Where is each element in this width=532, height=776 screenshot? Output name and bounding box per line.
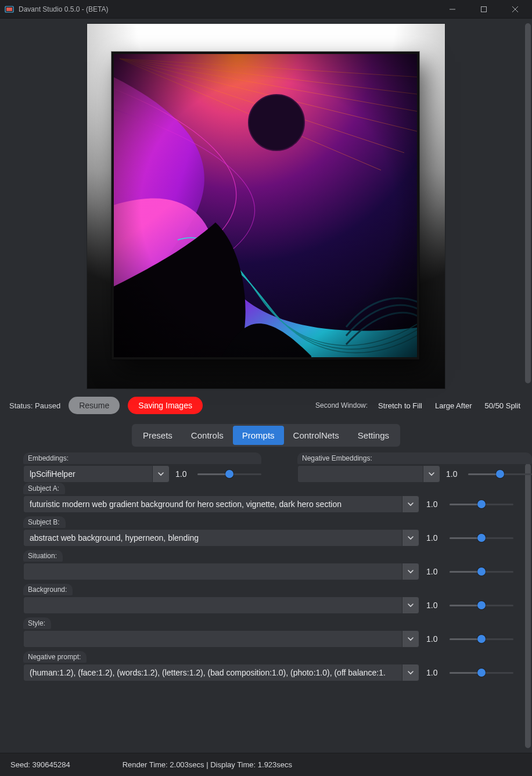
field-slider[interactable] xyxy=(450,498,513,510)
footer: Seed: 390645284 Render Time: 2.003secs |… xyxy=(0,753,532,776)
field-label: Situation: xyxy=(23,550,63,562)
embeddings-weight: 1.0 xyxy=(175,469,192,479)
field-dropdown-button[interactable] xyxy=(402,630,419,648)
field-input[interactable] xyxy=(23,597,402,614)
preview-scrollbar[interactable] xyxy=(525,19,531,390)
field-label: Subject B: xyxy=(23,516,66,528)
prompt-field: Situation: 1.0 xyxy=(23,550,523,580)
field-input[interactable] xyxy=(23,495,402,513)
titlebar: Davant Studio 0.5.0 - (BETA) xyxy=(0,0,532,19)
prompt-field: Negative prompt: 1.0 xyxy=(23,651,523,681)
field-weight: 1.0 xyxy=(426,634,443,644)
field-slider[interactable] xyxy=(450,599,513,611)
tab-controlnets[interactable]: ControlNets xyxy=(284,426,348,445)
embeddings-dropdown-button[interactable] xyxy=(152,465,170,483)
neg-embeddings-slider[interactable] xyxy=(468,468,532,480)
tab-controls[interactable]: Controls xyxy=(182,426,233,445)
chevron-down-icon xyxy=(408,570,413,573)
render-time-text: Render Time: 2.003secs | Display Time: 1… xyxy=(123,760,292,769)
field-dropdown-button[interactable] xyxy=(402,664,419,681)
resume-button[interactable]: Resume xyxy=(69,397,120,414)
field-label: Subject A: xyxy=(23,483,65,494)
tabs: Presets Controls Prompts ControlNets Set… xyxy=(132,424,400,447)
embeddings-input[interactable] xyxy=(23,465,152,483)
chevron-down-icon xyxy=(408,671,413,674)
field-combo xyxy=(23,563,419,580)
status-bar: Status: Paused Resume Saving Images Seco… xyxy=(0,390,532,421)
neg-embeddings-weight: 1.0 xyxy=(446,469,462,479)
second-window-split[interactable]: 50/50 Split xyxy=(483,399,523,412)
prompt-field: Style: 1.0 xyxy=(23,617,523,648)
app-icon xyxy=(5,5,14,14)
tab-settings[interactable]: Settings xyxy=(348,426,398,445)
tab-presets[interactable]: Presets xyxy=(134,426,182,445)
field-input[interactable] xyxy=(23,664,402,681)
neg-embeddings-label: Negative Embeddings: xyxy=(297,452,532,464)
field-weight: 1.0 xyxy=(426,500,443,509)
field-combo xyxy=(23,529,419,547)
embeddings-slider[interactable] xyxy=(197,468,261,480)
minimize-button[interactable] xyxy=(439,0,466,19)
preview-frame xyxy=(87,24,445,389)
field-input[interactable] xyxy=(23,563,402,580)
svg-rect-3 xyxy=(481,6,487,12)
field-combo xyxy=(23,495,419,513)
field-combo xyxy=(23,630,419,648)
chevron-down-icon xyxy=(408,537,413,539)
saving-images-button[interactable]: Saving Images xyxy=(128,397,203,414)
tabs-container: Presets Controls Prompts ControlNets Set… xyxy=(0,421,532,452)
field-slider[interactable] xyxy=(450,566,513,577)
chevron-down-icon xyxy=(408,604,413,606)
field-slider[interactable] xyxy=(450,667,513,678)
prompt-field: Background: 1.0 xyxy=(23,584,523,614)
field-combo xyxy=(23,597,419,614)
svg-rect-14 xyxy=(114,54,419,360)
embeddings-label: Embeddings: xyxy=(23,452,261,464)
preview-area xyxy=(0,19,532,390)
prompt-field: Subject B: 1.0 xyxy=(23,516,523,547)
field-weight: 1.0 xyxy=(426,601,443,610)
field-dropdown-button[interactable] xyxy=(402,597,419,614)
second-window-label: Second Window: xyxy=(315,401,368,409)
second-window-stretch[interactable]: Stretch to Fill xyxy=(376,399,425,412)
close-button[interactable] xyxy=(502,0,529,19)
field-label: Negative prompt: xyxy=(23,651,87,663)
prompt-field: Subject A: 1.0 xyxy=(23,483,523,513)
field-weight: 1.0 xyxy=(426,567,443,576)
neg-embeddings-combo xyxy=(297,465,440,483)
field-weight: 1.0 xyxy=(426,668,443,677)
field-label: Background: xyxy=(23,584,73,595)
field-weight: 1.0 xyxy=(426,533,443,543)
field-slider[interactable] xyxy=(450,532,513,544)
neg-embeddings-input[interactable] xyxy=(297,465,423,483)
field-dropdown-button[interactable] xyxy=(402,563,419,580)
second-window-large-after[interactable]: Large After xyxy=(433,399,475,412)
field-dropdown-button[interactable] xyxy=(402,529,419,547)
embeddings-combo xyxy=(23,465,170,483)
field-input[interactable] xyxy=(23,529,402,547)
field-input[interactable] xyxy=(23,630,402,648)
field-label: Style: xyxy=(23,617,51,629)
prompts-form: Embeddings: 1.0 Negative xyxy=(0,452,532,681)
chevron-down-icon xyxy=(159,473,163,475)
status-text: Status: Paused xyxy=(9,401,60,410)
maximize-button[interactable] xyxy=(470,0,497,19)
svg-rect-1 xyxy=(6,8,12,11)
chevron-down-icon xyxy=(408,638,413,640)
seed-text: Seed: 390645284 xyxy=(10,760,70,769)
app-body: Status: Paused Resume Saving Images Seco… xyxy=(0,19,532,753)
generated-image[interactable] xyxy=(112,52,419,360)
field-dropdown-button[interactable] xyxy=(402,495,419,513)
tab-prompts[interactable]: Prompts xyxy=(233,426,284,445)
chevron-down-icon xyxy=(429,473,434,475)
chevron-down-icon xyxy=(408,503,413,505)
window-title: Davant Studio 0.5.0 - (BETA) xyxy=(19,5,109,13)
neg-embeddings-dropdown-button[interactable] xyxy=(423,465,440,483)
field-slider[interactable] xyxy=(450,633,513,645)
field-combo xyxy=(23,664,419,681)
